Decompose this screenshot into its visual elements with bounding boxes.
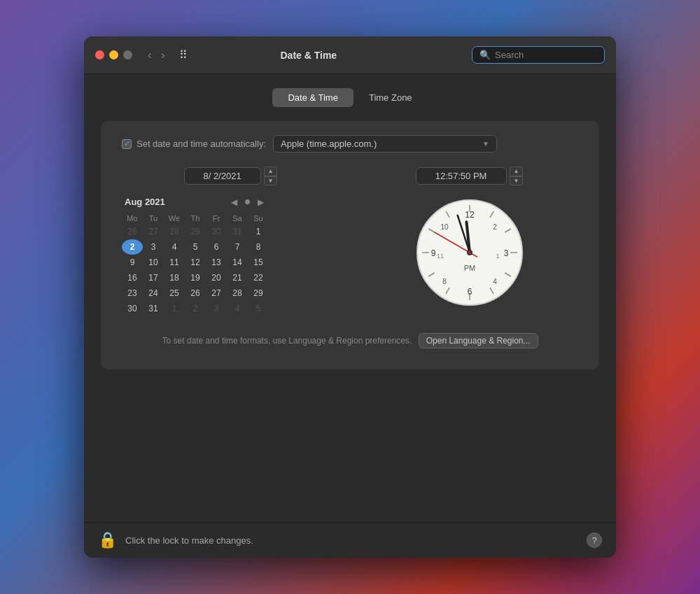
list-item[interactable]: 21 [227,270,248,285]
cal-header-mo: Mo [122,213,143,224]
list-item[interactable]: 30 [206,224,227,239]
list-item[interactable]: 19 [185,270,206,285]
auto-checkbox[interactable] [122,139,132,149]
list-item[interactable]: 14 [227,255,248,270]
table-row: 26 27 28 29 30 31 1 [122,224,269,239]
time-stepper-down[interactable]: ▼ [510,176,524,186]
list-item[interactable]: 28 [227,285,248,301]
list-item[interactable]: 26 [185,285,206,301]
table-row: 23 24 25 26 27 28 29 [122,285,269,301]
list-item[interactable]: 3 [206,301,227,316]
search-box[interactable]: 🔍 [472,46,605,64]
list-item[interactable]: 22 [248,270,269,285]
calendar-prev-button[interactable]: ◀ [229,197,239,207]
date-input-row: ▲ ▼ [122,167,340,185]
calendar-today-dot[interactable] [245,199,250,204]
list-item[interactable]: 23 [122,285,143,301]
list-item[interactable]: 27 [143,224,164,239]
list-item[interactable]: 13 [206,255,227,270]
list-item[interactable]: 7 [227,239,248,255]
list-item[interactable]: 3 [143,239,164,255]
svg-text:2: 2 [493,223,497,231]
list-item[interactable]: 2 [122,239,143,255]
list-item[interactable]: 24 [143,285,164,301]
close-button[interactable] [95,50,104,59]
cal-header-tu: Tu [143,213,164,224]
lock-icon[interactable]: 🔒 [98,531,117,549]
open-language-region-button[interactable]: Open Language & Region... [419,333,538,348]
list-item[interactable]: 26 [122,224,143,239]
list-item[interactable]: 15 [248,255,269,270]
calendar-header: Aug 2021 ◀ ▶ [122,197,269,207]
list-item[interactable]: 12 [185,255,206,270]
date-stepper-down[interactable]: ▼ [264,176,278,186]
date-stepper-up[interactable]: ▲ [264,167,278,176]
list-item[interactable]: 18 [164,270,185,285]
list-item[interactable]: 1 [248,224,269,239]
ntp-dropdown[interactable]: Apple (time.apple.com.) ▼ [273,135,497,153]
cal-header-th: Th [185,213,206,224]
tab-bar: Date & Time Time Zone [101,88,599,107]
list-item[interactable]: 9 [122,255,143,270]
tab-date-time[interactable]: Date & Time [272,88,354,107]
list-item[interactable]: 11 [164,255,185,270]
time-input[interactable] [416,167,507,185]
svg-text:4: 4 [493,278,497,285]
clock-svg: 12 3 6 9 2 10 4 8 1 11 PM [414,197,526,309]
time-input-row: ▲ ▼ [416,167,524,185]
table-row: 30 31 1 2 3 4 5 [122,301,269,316]
time-stepper-up[interactable]: ▲ [510,167,524,176]
svg-text:11: 11 [436,253,443,260]
tab-time-zone[interactable]: Time Zone [354,88,428,107]
svg-text:9: 9 [430,248,435,258]
search-icon: 🔍 [479,50,491,60]
maximize-button[interactable] [123,50,132,59]
list-item[interactable]: 25 [164,285,185,301]
list-item[interactable]: 31 [143,301,164,316]
list-item[interactable]: 2 [185,301,206,316]
list-item[interactable]: 1 [164,301,185,316]
bottom-bar: 🔒 Click the lock to make changes. ? [84,522,616,558]
list-item[interactable]: 17 [143,270,164,285]
calendar: Aug 2021 ◀ ▶ Mo Tu [122,197,269,316]
calendar-month-year: Aug 2021 [125,197,165,207]
svg-text:6: 6 [467,287,472,297]
list-item[interactable]: 30 [122,301,143,316]
list-item[interactable]: 5 [185,239,206,255]
cal-header-su: Su [248,213,269,224]
list-item[interactable]: 10 [143,255,164,270]
settings-panel: Set date and time automatically: Apple (… [101,121,599,369]
list-item[interactable]: 16 [122,270,143,285]
ntp-value: Apple (time.apple.com.) [281,139,377,149]
footer-note: To set date and time formats, use Langua… [122,333,578,348]
minimize-button[interactable] [109,50,118,59]
list-item[interactable]: 4 [227,301,248,316]
date-input[interactable] [184,167,261,185]
list-item[interactable]: 20 [206,270,227,285]
preferences-window: ‹ › ⠿ Date & Time 🔍 Date & Time Time Zon… [84,36,616,558]
svg-text:1: 1 [496,253,499,260]
svg-text:PM: PM [463,264,475,272]
window-title: Date & Time [153,50,465,61]
auto-row: Set date and time automatically: Apple (… [122,135,578,153]
list-item[interactable]: 27 [206,285,227,301]
list-item[interactable]: 28 [164,224,185,239]
lock-text: Click the lock to make changes. [125,535,578,546]
svg-text:12: 12 [465,210,475,220]
svg-text:10: 10 [440,223,449,231]
table-row: 16 17 18 19 20 21 22 [122,270,269,285]
list-item[interactable]: 29 [248,285,269,301]
table-row: 2 3 4 5 6 7 8 [122,239,269,255]
list-item[interactable]: 31 [227,224,248,239]
list-item[interactable]: 29 [185,224,206,239]
help-button[interactable]: ? [587,532,602,548]
analog-clock: 12 3 6 9 2 10 4 8 1 11 PM [414,197,526,309]
list-item[interactable]: 5 [248,301,269,316]
list-item[interactable]: 4 [164,239,185,255]
footer-text: To set date and time formats, use Langua… [162,336,412,346]
list-item[interactable]: 8 [248,239,269,255]
cal-header-fr: Fr [206,213,227,224]
list-item[interactable]: 6 [206,239,227,255]
calendar-next-button[interactable]: ▶ [255,197,266,207]
search-input[interactable] [495,50,597,60]
